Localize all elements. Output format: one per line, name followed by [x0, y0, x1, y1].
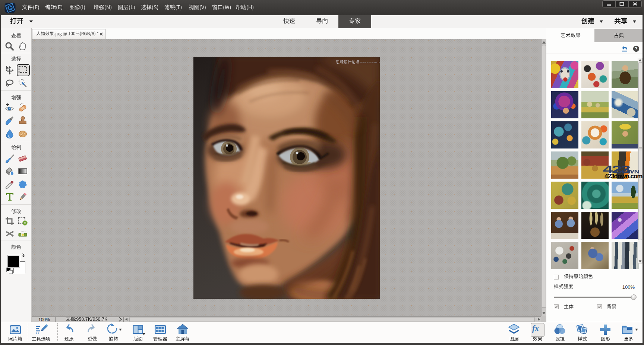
svg-text:?: ?: [635, 46, 637, 51]
svg-text:WWW.MISSYUAN.COM: WWW.MISSYUAN.COM: [360, 61, 380, 64]
